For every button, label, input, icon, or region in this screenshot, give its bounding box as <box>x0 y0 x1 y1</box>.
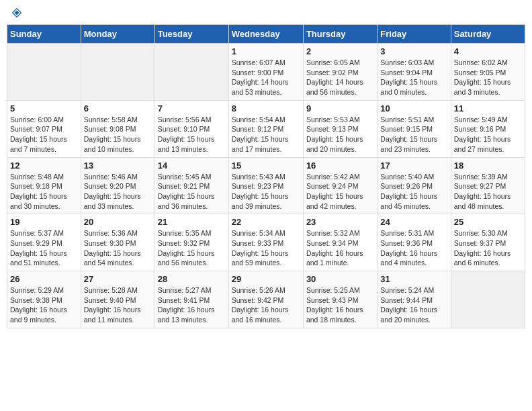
calendar-week-row: 12Sunrise: 5:48 AM Sunset: 9:18 PM Dayli… <box>7 157 525 214</box>
calendar-cell: 6Sunrise: 5:58 AM Sunset: 9:08 PM Daylig… <box>81 100 154 157</box>
day-number: 30 <box>306 274 374 284</box>
calendar-cell: 17Sunrise: 5:40 AM Sunset: 9:26 PM Dayli… <box>378 157 451 214</box>
day-number: 10 <box>380 103 447 113</box>
day-number: 7 <box>158 103 226 113</box>
day-info: Sunrise: 5:27 AM Sunset: 9:41 PM Dayligh… <box>158 285 226 325</box>
calendar-cell: 5Sunrise: 6:00 AM Sunset: 9:07 PM Daylig… <box>7 100 81 157</box>
calendar-cell: 29Sunrise: 5:26 AM Sunset: 9:42 PM Dayli… <box>228 271 303 328</box>
day-number: 24 <box>380 217 447 227</box>
calendar-cell: 20Sunrise: 5:36 AM Sunset: 9:30 PM Dayli… <box>81 214 154 271</box>
day-number: 26 <box>10 274 78 284</box>
day-info: Sunrise: 6:05 AM Sunset: 9:02 PM Dayligh… <box>306 58 374 97</box>
calendar-week-row: 19Sunrise: 5:37 AM Sunset: 9:29 PM Dayli… <box>7 214 525 271</box>
calendar-cell: 30Sunrise: 5:25 AM Sunset: 9:43 PM Dayli… <box>303 271 377 328</box>
calendar-cell: 31Sunrise: 5:24 AM Sunset: 9:44 PM Dayli… <box>378 271 451 328</box>
calendar-cell: 12Sunrise: 5:48 AM Sunset: 9:18 PM Dayli… <box>7 157 81 214</box>
calendar-cell: 1Sunrise: 6:07 AM Sunset: 9:00 PM Daylig… <box>228 44 303 101</box>
day-number: 9 <box>306 103 374 113</box>
day-info: Sunrise: 5:34 AM Sunset: 9:33 PM Dayligh… <box>232 228 300 268</box>
calendar-cell: 7Sunrise: 5:56 AM Sunset: 9:10 PM Daylig… <box>154 100 228 157</box>
calendar-header: SundayMondayTuesdayWednesdayThursdayFrid… <box>7 25 525 44</box>
day-number: 15 <box>232 161 300 171</box>
calendar-cell: 22Sunrise: 5:34 AM Sunset: 9:33 PM Dayli… <box>228 214 303 271</box>
logo <box>9 7 23 19</box>
day-number: 29 <box>232 274 300 284</box>
day-info: Sunrise: 5:53 AM Sunset: 9:13 PM Dayligh… <box>306 115 374 154</box>
header-day: Sunday <box>7 25 81 44</box>
day-number: 16 <box>306 161 374 171</box>
day-info: Sunrise: 5:58 AM Sunset: 9:08 PM Dayligh… <box>84 115 152 154</box>
day-number: 1 <box>232 46 300 56</box>
header-day: Wednesday <box>228 25 303 44</box>
day-number: 17 <box>380 161 447 171</box>
day-number: 20 <box>84 217 152 227</box>
day-info: Sunrise: 5:32 AM Sunset: 9:34 PM Dayligh… <box>306 228 374 268</box>
day-number: 3 <box>380 46 447 56</box>
calendar-cell: 14Sunrise: 5:45 AM Sunset: 9:21 PM Dayli… <box>154 157 228 214</box>
calendar-cell: 18Sunrise: 5:39 AM Sunset: 9:27 PM Dayli… <box>451 157 525 214</box>
calendar-cell: 3Sunrise: 6:03 AM Sunset: 9:04 PM Daylig… <box>378 44 451 101</box>
day-info: Sunrise: 5:51 AM Sunset: 9:15 PM Dayligh… <box>380 115 447 154</box>
calendar-cell: 25Sunrise: 5:30 AM Sunset: 9:37 PM Dayli… <box>451 214 525 271</box>
day-number: 25 <box>454 217 522 227</box>
day-number: 14 <box>158 161 226 171</box>
calendar-cell: 23Sunrise: 5:32 AM Sunset: 9:34 PM Dayli… <box>303 214 377 271</box>
calendar-cell: 27Sunrise: 5:28 AM Sunset: 9:40 PM Dayli… <box>81 271 154 328</box>
day-number: 31 <box>380 274 447 284</box>
day-number: 19 <box>10 217 78 227</box>
day-number: 2 <box>306 46 374 56</box>
day-info: Sunrise: 5:40 AM Sunset: 9:26 PM Dayligh… <box>380 172 447 212</box>
calendar-cell: 26Sunrise: 5:29 AM Sunset: 9:38 PM Dayli… <box>7 271 81 328</box>
calendar-cell: 2Sunrise: 6:05 AM Sunset: 9:02 PM Daylig… <box>303 44 377 101</box>
day-info: Sunrise: 5:28 AM Sunset: 9:40 PM Dayligh… <box>84 285 152 325</box>
day-number: 13 <box>84 161 152 171</box>
day-info: Sunrise: 5:26 AM Sunset: 9:42 PM Dayligh… <box>232 285 300 325</box>
calendar-week-row: 26Sunrise: 5:29 AM Sunset: 9:38 PM Dayli… <box>7 271 525 328</box>
day-info: Sunrise: 5:45 AM Sunset: 9:21 PM Dayligh… <box>158 172 226 212</box>
day-info: Sunrise: 5:31 AM Sunset: 9:36 PM Dayligh… <box>380 228 447 268</box>
day-number: 12 <box>10 161 78 171</box>
calendar-cell <box>7 44 81 101</box>
day-info: Sunrise: 5:35 AM Sunset: 9:32 PM Dayligh… <box>158 228 226 268</box>
day-number: 4 <box>454 46 522 56</box>
calendar-cell <box>154 44 228 101</box>
day-info: Sunrise: 5:25 AM Sunset: 9:43 PM Dayligh… <box>306 285 374 325</box>
header-day: Thursday <box>303 25 377 44</box>
day-info: Sunrise: 5:54 AM Sunset: 9:12 PM Dayligh… <box>232 115 300 154</box>
day-info: Sunrise: 5:29 AM Sunset: 9:38 PM Dayligh… <box>10 285 78 325</box>
day-number: 6 <box>84 103 152 113</box>
day-info: Sunrise: 5:37 AM Sunset: 9:29 PM Dayligh… <box>10 228 78 268</box>
calendar-week-row: 5Sunrise: 6:00 AM Sunset: 9:07 PM Daylig… <box>7 100 525 157</box>
calendar-body: 1Sunrise: 6:07 AM Sunset: 9:00 PM Daylig… <box>7 44 525 328</box>
day-info: Sunrise: 5:24 AM Sunset: 9:44 PM Dayligh… <box>380 285 447 325</box>
day-info: Sunrise: 6:02 AM Sunset: 9:05 PM Dayligh… <box>454 58 522 97</box>
day-info: Sunrise: 5:36 AM Sunset: 9:30 PM Dayligh… <box>84 228 152 268</box>
logo-icon <box>11 7 23 19</box>
day-info: Sunrise: 6:00 AM Sunset: 9:07 PM Dayligh… <box>10 115 78 154</box>
calendar-cell: 4Sunrise: 6:02 AM Sunset: 9:05 PM Daylig… <box>451 44 525 101</box>
header <box>7 7 525 19</box>
calendar-cell: 19Sunrise: 5:37 AM Sunset: 9:29 PM Dayli… <box>7 214 81 271</box>
header-day: Tuesday <box>154 25 228 44</box>
day-number: 28 <box>158 274 226 284</box>
calendar-cell: 13Sunrise: 5:46 AM Sunset: 9:20 PM Dayli… <box>81 157 154 214</box>
day-number: 18 <box>454 161 522 171</box>
calendar-table: SundayMondayTuesdayWednesdayThursdayFrid… <box>7 24 525 328</box>
day-info: Sunrise: 5:48 AM Sunset: 9:18 PM Dayligh… <box>10 172 78 212</box>
day-info: Sunrise: 5:30 AM Sunset: 9:37 PM Dayligh… <box>454 228 522 268</box>
header-day: Friday <box>378 25 451 44</box>
calendar-cell <box>451 271 525 328</box>
day-info: Sunrise: 6:07 AM Sunset: 9:00 PM Dayligh… <box>232 58 300 97</box>
day-number: 11 <box>454 103 522 113</box>
header-day: Saturday <box>451 25 525 44</box>
day-info: Sunrise: 5:39 AM Sunset: 9:27 PM Dayligh… <box>454 172 522 212</box>
day-number: 5 <box>10 103 78 113</box>
calendar-cell: 8Sunrise: 5:54 AM Sunset: 9:12 PM Daylig… <box>228 100 303 157</box>
calendar-cell: 28Sunrise: 5:27 AM Sunset: 9:41 PM Dayli… <box>154 271 228 328</box>
day-info: Sunrise: 5:42 AM Sunset: 9:24 PM Dayligh… <box>306 172 374 212</box>
calendar-cell: 21Sunrise: 5:35 AM Sunset: 9:32 PM Dayli… <box>154 214 228 271</box>
day-info: Sunrise: 6:03 AM Sunset: 9:04 PM Dayligh… <box>380 58 447 97</box>
header-row: SundayMondayTuesdayWednesdayThursdayFrid… <box>7 25 525 44</box>
day-number: 27 <box>84 274 152 284</box>
day-info: Sunrise: 5:43 AM Sunset: 9:23 PM Dayligh… <box>232 172 300 212</box>
